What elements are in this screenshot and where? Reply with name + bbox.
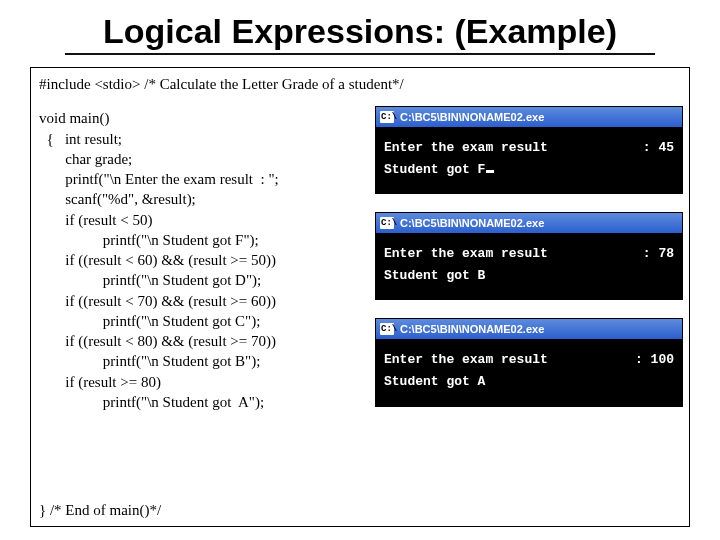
- console-row: Enter the exam result : 78: [384, 243, 674, 265]
- console-prompt: Enter the exam result: [384, 137, 548, 159]
- console-output: Student got A: [384, 374, 485, 389]
- title-block: Logical Expressions: (Example): [0, 0, 720, 61]
- console-output: Student got F: [384, 162, 485, 177]
- slide-title: Logical Expressions: (Example): [0, 12, 720, 51]
- console-title-text: C:\BC5\BIN\NONAME02.exe: [400, 322, 544, 337]
- console-stack: C:\ C:\BC5\BIN\NONAME02.exe Enter the ex…: [375, 106, 683, 425]
- console-output-row: Student got B: [384, 265, 674, 287]
- console-output-row: Student got A: [384, 371, 674, 393]
- cmd-icon: C:\: [380, 111, 394, 123]
- code-footer: } /* End of main()*/: [39, 500, 161, 520]
- console-title-text: C:\BC5\BIN\NONAME02.exe: [400, 110, 544, 125]
- console-titlebar: C:\ C:\BC5\BIN\NONAME02.exe: [376, 319, 682, 339]
- include-line: #include <stdio> /* Calculate the Letter…: [39, 74, 681, 94]
- console-title-text: C:\BC5\BIN\NONAME02.exe: [400, 216, 544, 231]
- console-output-row: Student got F: [384, 159, 674, 181]
- console-input: : 78: [643, 243, 674, 265]
- console-output: Student got B: [384, 268, 485, 283]
- console-prompt: Enter the exam result: [384, 349, 548, 371]
- content-box: #include <stdio> /* Calculate the Letter…: [30, 67, 690, 527]
- title-underline: [65, 53, 655, 55]
- console-titlebar: C:\ C:\BC5\BIN\NONAME02.exe: [376, 107, 682, 127]
- console-prompt: Enter the exam result: [384, 243, 548, 265]
- console-window: C:\ C:\BC5\BIN\NONAME02.exe Enter the ex…: [375, 106, 683, 194]
- cmd-icon: C:\: [380, 217, 394, 229]
- console-titlebar: C:\ C:\BC5\BIN\NONAME02.exe: [376, 213, 682, 233]
- console-body: Enter the exam result : 45 Student got F: [376, 127, 682, 193]
- console-body: Enter the exam result : 78 Student got B: [376, 233, 682, 299]
- console-window: C:\ C:\BC5\BIN\NONAME02.exe Enter the ex…: [375, 318, 683, 406]
- cmd-icon: C:\: [380, 323, 394, 335]
- console-row: Enter the exam result : 45: [384, 137, 674, 159]
- console-input: : 45: [643, 137, 674, 159]
- slide: Logical Expressions: (Example) #include …: [0, 0, 720, 540]
- console-row: Enter the exam result : 100: [384, 349, 674, 371]
- console-input: : 100: [635, 349, 674, 371]
- console-body: Enter the exam result : 100 Student got …: [376, 339, 682, 405]
- cursor-icon: [486, 170, 494, 173]
- console-window: C:\ C:\BC5\BIN\NONAME02.exe Enter the ex…: [375, 212, 683, 300]
